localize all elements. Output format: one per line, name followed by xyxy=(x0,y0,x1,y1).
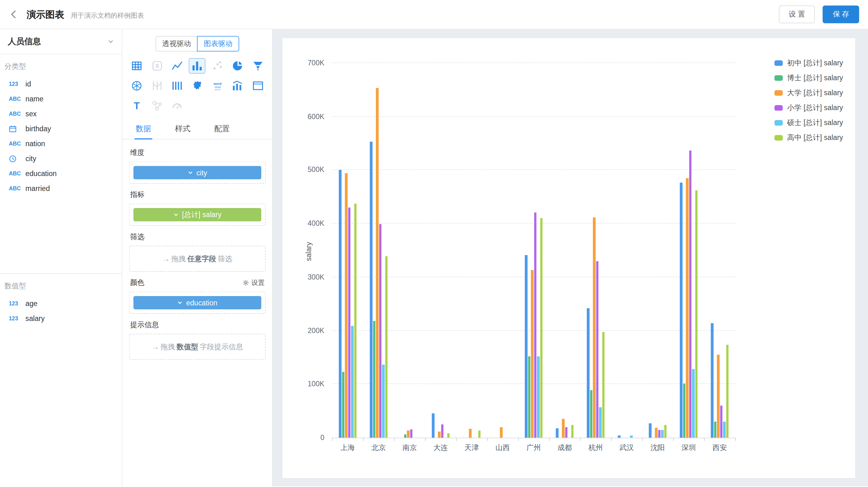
bar-杭州-硕士 [总计] salary[interactable] xyxy=(599,407,601,437)
bar-杭州-博士 [总计] salary[interactable] xyxy=(590,390,592,437)
bar-广州-初中 [总计] salary[interactable] xyxy=(525,255,527,438)
chart-type-map-icon[interactable] xyxy=(189,78,206,94)
field-item-salary[interactable]: 123salary xyxy=(0,311,122,326)
bar-广州-硕士 [总计] salary[interactable] xyxy=(537,356,539,438)
field-item-education[interactable]: ABCeducation xyxy=(0,166,122,181)
bar-上海-硕士 [总计] salary[interactable] xyxy=(351,326,353,438)
bar-杭州-初中 [总计] salary[interactable] xyxy=(587,308,589,437)
bar-大连-大学 [总计] salary[interactable] xyxy=(438,432,440,438)
bar-沈阳-初中 [总计] salary[interactable] xyxy=(649,423,651,437)
mode-tab-透视驱动[interactable]: 透视驱动 xyxy=(156,36,197,52)
field-item-age[interactable]: 123age xyxy=(0,296,122,311)
save-button[interactable]: 保 存 xyxy=(823,6,859,23)
metric-dropzone[interactable]: [总计] salary xyxy=(129,204,266,226)
field-item-birthday[interactable]: birthday xyxy=(0,121,122,136)
field-item-sex[interactable]: ABCsex xyxy=(0,106,122,121)
tab-配置[interactable]: 配置 xyxy=(213,119,231,140)
bar-南京-大学 [总计] salary[interactable] xyxy=(407,431,409,437)
bar-深圳-硕士 [总计] salary[interactable] xyxy=(692,369,694,437)
field-item-id[interactable]: 123id xyxy=(0,76,122,91)
color-dropzone[interactable]: education xyxy=(129,292,266,314)
bar-武汉-硕士 [总计] salary[interactable] xyxy=(630,436,632,438)
field-item-married[interactable]: ABCmarried xyxy=(0,181,122,196)
bar-广州-博士 [总计] salary[interactable] xyxy=(528,356,530,438)
bar-西安-高中 [总计] salary[interactable] xyxy=(726,345,728,437)
filter-dropzone[interactable]: →拖拽任意字段筛选 xyxy=(129,246,266,272)
bar-上海-小学 [总计] salary[interactable] xyxy=(348,208,350,438)
bar-北京-博士 [总计] salary[interactable] xyxy=(373,321,375,437)
bar-北京-硕士 [总计] salary[interactable] xyxy=(382,365,384,437)
field-item-city[interactable]: city xyxy=(0,151,122,166)
back-button[interactable] xyxy=(9,6,24,23)
bar-南京-博士 [总计] salary[interactable] xyxy=(404,434,406,437)
bar-深圳-初中 [总计] salary[interactable] xyxy=(680,183,682,438)
view-selector[interactable]: 人员信息 xyxy=(0,29,122,54)
bar-西安-小学 [总计] salary[interactable] xyxy=(720,405,722,437)
mode-tab-图表驱动[interactable]: 图表驱动 xyxy=(197,36,239,52)
legend-item-初中 [总计] salary[interactable]: 初中 [总计] salary xyxy=(774,59,843,67)
bar-武汉-初中 [总计] salary[interactable] xyxy=(618,436,620,438)
chart-type-iframe-icon[interactable] xyxy=(249,78,266,94)
chart-type-pie-icon[interactable] xyxy=(229,58,246,74)
bar-西安-硕士 [总计] salary[interactable] xyxy=(723,422,725,438)
bar-杭州-高中 [总计] salary[interactable] xyxy=(602,332,604,438)
chart-type-sankey-icon[interactable] xyxy=(169,78,185,94)
field-item-name[interactable]: ABCname xyxy=(0,91,122,106)
bar-杭州-大学 [总计] salary[interactable] xyxy=(593,217,595,437)
bar-成都-初中 [总计] salary[interactable] xyxy=(556,428,558,437)
chart-type-dual-axis-icon[interactable] xyxy=(229,78,246,94)
tab-数据[interactable]: 数据 xyxy=(134,119,152,140)
bar-北京-初中 [总计] salary[interactable] xyxy=(370,142,372,438)
bar-西安-大学 [总计] salary[interactable] xyxy=(717,355,719,438)
bar-南京-小学 [总计] salary[interactable] xyxy=(410,429,412,438)
chart-type-table-icon[interactable] xyxy=(128,58,145,74)
legend-item-小学 [总计] salary[interactable]: 小学 [总计] salary xyxy=(774,104,843,112)
bar-大连-初中 [总计] salary[interactable] xyxy=(432,414,434,437)
chart-type-bar-icon[interactable] xyxy=(189,58,206,74)
bar-广州-大学 [总计] salary[interactable] xyxy=(531,270,533,438)
bar-深圳-大学 [总计] salary[interactable] xyxy=(686,178,688,438)
bar-大连-小学 [总计] salary[interactable] xyxy=(441,424,443,437)
bar-成都-小学 [总计] salary[interactable] xyxy=(565,427,567,437)
bar-天津-高中 [总计] salary[interactable] xyxy=(478,431,480,437)
chart-type-richtext-icon[interactable]: T xyxy=(128,98,145,113)
legend-item-大学 [总计] salary[interactable]: 大学 [总计] salary xyxy=(774,89,843,97)
bar-广州-小学 [总计] salary[interactable] xyxy=(534,213,536,437)
bar-沈阳-小学 [总计] salary[interactable] xyxy=(658,430,660,438)
bar-沈阳-硕士 [总计] salary[interactable] xyxy=(661,430,663,438)
bar-大连-高中 [总计] salary[interactable] xyxy=(447,433,450,438)
tab-样式[interactable]: 样式 xyxy=(174,119,192,140)
metric-pill-salary[interactable]: [总计] salary xyxy=(133,208,261,221)
chart-type-funnel-icon[interactable] xyxy=(249,58,266,74)
bar-上海-博士 [总计] salary[interactable] xyxy=(342,372,344,438)
tooltip-dropzone[interactable]: →拖拽数值型字段提示信息 xyxy=(129,334,266,360)
bar-成都-大学 [总计] salary[interactable] xyxy=(562,419,564,437)
bar-深圳-小学 [总计] salary[interactable] xyxy=(689,150,691,437)
dimension-pill-city[interactable]: city xyxy=(133,166,261,180)
bar-西安-博士 [总计] salary[interactable] xyxy=(714,422,716,438)
legend-item-高中 [总计] salary[interactable]: 高中 [总计] salary xyxy=(774,134,843,142)
bar-深圳-博士 [总计] salary[interactable] xyxy=(683,384,685,438)
bar-北京-大学 [总计] salary[interactable] xyxy=(376,88,378,437)
bar-上海-大学 [总计] salary[interactable] xyxy=(345,173,347,437)
bar-成都-高中 [总计] salary[interactable] xyxy=(571,425,574,437)
bar-沈阳-高中 [总计] salary[interactable] xyxy=(664,425,666,437)
chart-type-wordcloud-icon[interactable]: wordcloudapis fb xyxy=(209,78,225,94)
chart-type-radar-icon[interactable] xyxy=(128,78,145,94)
bar-山西-大学 [总计] salary[interactable] xyxy=(500,427,502,437)
chart-type-line-icon[interactable] xyxy=(169,58,185,74)
color-settings-button[interactable]: 设置 xyxy=(242,278,265,287)
field-item-nation[interactable]: ABCnation xyxy=(0,136,122,151)
dimension-dropzone[interactable]: city xyxy=(129,162,266,184)
bar-北京-小学 [总计] salary[interactable] xyxy=(379,224,381,438)
legend-item-博士 [总计] salary[interactable]: 博士 [总计] salary xyxy=(774,74,843,82)
settings-button[interactable]: 设 置 xyxy=(779,6,815,23)
bar-深圳-高中 [总计] salary[interactable] xyxy=(695,190,698,437)
bar-沈阳-大学 [总计] salary[interactable] xyxy=(655,428,657,438)
bar-上海-高中 [总计] salary[interactable] xyxy=(354,204,356,437)
bar-天津-大学 [总计] salary[interactable] xyxy=(469,428,471,437)
bar-北京-高中 [总计] salary[interactable] xyxy=(385,256,388,437)
bar-广州-高中 [总计] salary[interactable] xyxy=(540,218,542,438)
legend-item-硕士 [总计] salary[interactable]: 硕士 [总计] salary xyxy=(774,119,843,127)
bar-杭州-小学 [总计] salary[interactable] xyxy=(596,261,598,438)
